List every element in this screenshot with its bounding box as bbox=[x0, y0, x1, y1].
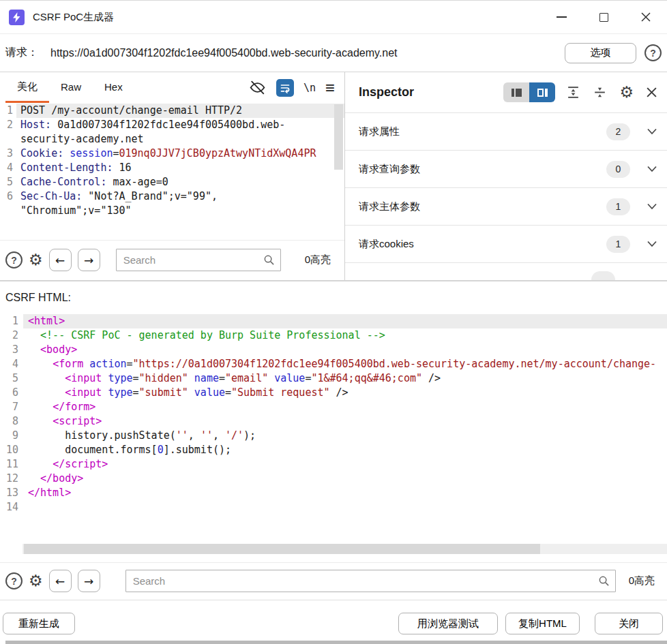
code-line-2[interactable]: 2 <!-- CSRF PoC - generated by Burp Suit… bbox=[0, 328, 667, 343]
hamburger-menu-icon[interactable]: ≡ bbox=[325, 80, 335, 96]
horizontal-scrollbar[interactable] bbox=[23, 544, 667, 554]
line-number: 1 bbox=[0, 104, 16, 118]
search-input[interactable] bbox=[125, 570, 616, 592]
line-number: 4 bbox=[0, 161, 16, 175]
maximize-icon bbox=[599, 13, 608, 22]
csrf-poc-window: CSRF PoC生成器 请求： https://0a1d007304f1202f… bbox=[0, 0, 667, 644]
highlight-count: 0高亮 bbox=[305, 254, 339, 266]
request-panel: 美化RawHex \n ≡ 1POST /my-account/change-e… bbox=[0, 72, 345, 280]
next-match-button[interactable]: → bbox=[78, 249, 100, 271]
help-icon[interactable]: ? bbox=[644, 44, 662, 61]
highlight-count: 0高亮 bbox=[629, 574, 662, 587]
editor-toolbar-icons: \n ≡ bbox=[248, 72, 344, 103]
hide-eye-icon[interactable] bbox=[248, 78, 267, 97]
expand-all-icon[interactable] bbox=[566, 85, 580, 99]
line-number: 4 bbox=[0, 357, 23, 371]
window-title: CSRF PoC生成器 bbox=[33, 11, 114, 24]
window-bottom-edge bbox=[5, 641, 667, 644]
copy-html-button[interactable]: 复制HTML bbox=[505, 613, 580, 634]
section-label: 请求主体参数 bbox=[359, 200, 420, 213]
line-number: 6 bbox=[0, 189, 16, 204]
tab-美化[interactable]: 美化 bbox=[5, 72, 49, 103]
next-match-button[interactable]: → bbox=[78, 570, 100, 592]
tab-Raw[interactable]: Raw bbox=[49, 72, 93, 103]
vertical-scrollbar[interactable] bbox=[334, 104, 343, 170]
prev-match-button[interactable]: ← bbox=[49, 249, 72, 271]
line-number: 2 bbox=[0, 118, 16, 132]
inspector-section-请求主体参数[interactable]: 请求主体参数1 bbox=[345, 188, 667, 226]
gear-icon[interactable]: ⚙ bbox=[29, 573, 43, 589]
code-line-4[interactable]: 4Content-Length: 16 bbox=[0, 161, 344, 175]
chevron-down-icon bbox=[647, 203, 657, 210]
horizontal-scrollbar-thumb[interactable] bbox=[24, 544, 540, 554]
line-number: 9 bbox=[0, 429, 23, 443]
code-line-1[interactable]: 1POST /my-account/change-email HTTP/2 bbox=[0, 104, 344, 118]
partial-badge bbox=[591, 271, 615, 280]
code-line-7[interactable]: 7 </form> bbox=[0, 400, 667, 414]
minimize-button[interactable] bbox=[540, 1, 582, 33]
inspector-gear-icon[interactable]: ⚙ bbox=[619, 85, 634, 100]
app-bolt-icon bbox=[9, 10, 25, 25]
csrf-html-label: CSRF HTML: bbox=[5, 292, 71, 304]
code-line-8[interactable]: 8 <script> bbox=[0, 414, 667, 429]
dock-left-toggle[interactable] bbox=[503, 82, 529, 102]
titlebar: CSRF PoC生成器 bbox=[0, 1, 667, 33]
collapse-all-icon[interactable] bbox=[593, 85, 607, 99]
inspector-section-请求属性[interactable]: 请求属性2 bbox=[345, 113, 667, 151]
code-line-13[interactable]: 13</html> bbox=[0, 486, 667, 500]
search-help-icon[interactable]: ? bbox=[5, 572, 23, 589]
regenerate-button[interactable]: 重新生成 bbox=[3, 613, 75, 634]
code-line-6[interactable]: 6 <input type="submit" value="Submit req… bbox=[0, 386, 667, 400]
count-badge: 1 bbox=[606, 236, 630, 253]
line-number: 13 bbox=[0, 486, 23, 500]
code-line-4[interactable]: 4 <form action="https://0a1d007304f1202f… bbox=[0, 357, 667, 371]
code-line-2[interactable]: 2Host: 0a1d007304f1202fdc1ee94f005400bd.… bbox=[0, 118, 344, 147]
inspector-section-请求查询参数[interactable]: 请求查询参数0 bbox=[345, 151, 667, 188]
search-input[interactable] bbox=[116, 249, 281, 271]
code-line-11[interactable]: 11 </script> bbox=[0, 457, 667, 472]
code-line-5[interactable]: 5 <input type="hidden" name="email" valu… bbox=[0, 371, 667, 386]
code-line-3[interactable]: 3 <body> bbox=[0, 343, 667, 357]
dock-right-toggle[interactable] bbox=[529, 82, 555, 102]
code-line-9[interactable]: 9 history.pushState('', '', '/'); bbox=[0, 429, 667, 443]
code-line-5[interactable]: 5Cache-Control: max-age=0 bbox=[0, 175, 344, 189]
inspector-section-请求cookies[interactable]: 请求cookies1 bbox=[345, 226, 667, 263]
dock-right-icon-box bbox=[537, 89, 544, 97]
code-line-12[interactable]: 12 </body> bbox=[0, 472, 667, 486]
code-line-1[interactable]: 1<html> bbox=[0, 314, 667, 328]
word-wrap-icon[interactable] bbox=[276, 79, 294, 97]
gear-icon[interactable]: ⚙ bbox=[29, 252, 43, 268]
inspector-title: Inspector bbox=[359, 85, 414, 99]
line-number: 3 bbox=[0, 343, 23, 357]
line-number: 2 bbox=[0, 328, 23, 343]
maximize-button[interactable] bbox=[582, 1, 625, 33]
inspector-partial-row bbox=[345, 263, 667, 280]
help-glyph: ? bbox=[11, 255, 17, 266]
line-number: 11 bbox=[0, 457, 23, 472]
code-line-3[interactable]: 3Cookie: session=019nq0JJV7jCB0ypzAtwyNT… bbox=[0, 147, 344, 161]
line-number: 8 bbox=[0, 414, 23, 429]
close-icon bbox=[640, 12, 651, 22]
options-button[interactable]: 选项 bbox=[565, 43, 636, 63]
test-in-browser-button[interactable]: 用浏览器测试 bbox=[398, 613, 498, 634]
code-line-10[interactable]: 10 document.forms[0].submit(); bbox=[0, 443, 667, 457]
inspector-layout-toggle bbox=[503, 82, 555, 102]
search-help-icon[interactable]: ? bbox=[5, 251, 23, 269]
close-button[interactable]: 关闭 bbox=[595, 613, 663, 634]
main-split: 美化RawHex \n ≡ 1POST /my-account/change-e… bbox=[0, 72, 667, 280]
close-window-button[interactable] bbox=[625, 1, 667, 33]
line-number: 7 bbox=[0, 400, 23, 414]
request-editor[interactable]: 1POST /my-account/change-email HTTP/22Ho… bbox=[0, 103, 344, 240]
newline-icon[interactable]: \n bbox=[303, 82, 316, 94]
csrf-search bbox=[125, 570, 616, 592]
prev-match-button[interactable]: ← bbox=[49, 570, 72, 592]
tab-Hex[interactable]: Hex bbox=[93, 72, 134, 103]
count-badge: 2 bbox=[606, 123, 630, 140]
dock-right-icon bbox=[545, 89, 548, 97]
line-number: 10 bbox=[0, 443, 23, 457]
search-icon bbox=[263, 254, 275, 266]
code-line-14[interactable]: 14 bbox=[0, 500, 667, 515]
inspector-close-icon[interactable] bbox=[646, 87, 657, 98]
csrf-html-editor[interactable]: 1<html>2 <!-- CSRF PoC - generated by Bu… bbox=[0, 314, 667, 554]
code-line-6[interactable]: 6Sec-Ch-Ua: "Not?A_Brand";v="99", "Chrom… bbox=[0, 189, 344, 218]
